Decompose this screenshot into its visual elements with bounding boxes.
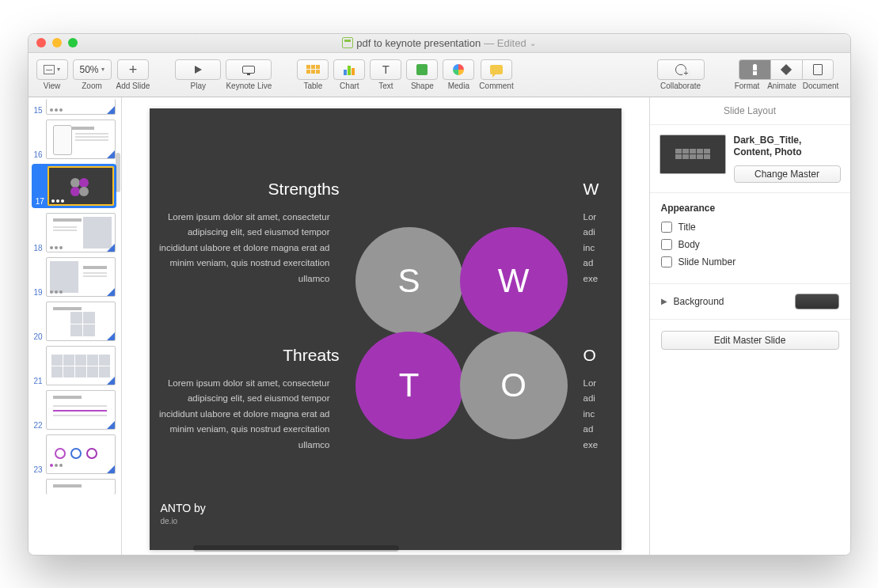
background-disclosure-icon[interactable]: ▶ [661, 297, 667, 305]
swot-circle-w[interactable]: W [460, 227, 568, 335]
play-icon [195, 66, 202, 74]
opportunities-title[interactable]: O [574, 346, 621, 365]
shape-button[interactable] [406, 59, 438, 80]
animate-label: Animate [765, 82, 800, 90]
threats-title[interactable]: Threats [150, 346, 340, 365]
strengths-title[interactable]: Strengths [150, 180, 340, 199]
strengths-body[interactable]: Lorem ipsum dolor sit amet, consectetur … [150, 210, 340, 287]
slide-number: 19 [32, 288, 43, 297]
footer-line1: ANTO by [161, 501, 206, 515]
swot-circle-t[interactable]: T [355, 332, 463, 439]
canvas-horizontal-scrollbar[interactable] [169, 545, 649, 553]
footer-line2: de.io [161, 516, 206, 526]
comment-button[interactable] [481, 59, 512, 80]
text-button[interactable]: T [370, 59, 401, 80]
title-checkbox[interactable] [661, 222, 672, 233]
collaborate-label: Collaborate [660, 82, 701, 90]
format-icon [750, 64, 759, 75]
document-type-icon [342, 37, 353, 48]
slide-thumbnail-18[interactable] [46, 213, 116, 252]
toolbar: ▾ View 50%▾ Zoom + Add Slide Play Keynot… [29, 53, 850, 97]
add-slide-button[interactable]: + [117, 59, 149, 80]
add-slide-label: Add Slide [116, 82, 150, 90]
animate-icon [781, 63, 792, 74]
body-checkbox-row[interactable]: Body [661, 239, 839, 250]
slide-thumbnail-20[interactable] [46, 302, 116, 341]
background-color-swatch[interactable] [795, 294, 839, 309]
slide-number: 18 [32, 244, 43, 252]
keynote-window: pdf to keynote presentation — Edited ⌄ ▾… [28, 33, 851, 556]
thumbnail-scrollbar[interactable] [116, 153, 120, 192]
document-tab[interactable] [802, 59, 834, 80]
slide-thumbnail-17[interactable] [48, 166, 114, 206]
format-label: Format [730, 82, 765, 90]
slide-thumbnail-22[interactable] [46, 390, 116, 430]
slide-number: 20 [32, 332, 43, 341]
plus-icon: + [129, 66, 138, 74]
slide-number: 17 [34, 197, 44, 206]
comment-icon [490, 65, 503, 74]
chart-icon [344, 64, 355, 75]
text-label: Text [378, 82, 393, 90]
background-label: Background [674, 296, 724, 307]
keynote-live-icon [242, 66, 255, 74]
slide-thumbnail-16[interactable] [46, 119, 116, 159]
collaborate-icon [675, 64, 686, 75]
chart-label: Chart [340, 82, 359, 90]
slidenum-checkbox[interactable] [661, 256, 672, 267]
chevron-down-icon: ▾ [57, 66, 60, 73]
slide-canvas[interactable]: Strengths Lorem ipsum dolor sit amet, co… [122, 97, 649, 555]
slidenum-checkbox-row[interactable]: Slide Number [661, 256, 839, 267]
slide-content[interactable]: Strengths Lorem ipsum dolor sit amet, co… [150, 108, 621, 550]
slide-thumbnail-23[interactable] [46, 434, 116, 474]
swot-circle-s[interactable]: S [355, 227, 463, 335]
zoom-window-button[interactable] [68, 38, 78, 47]
media-label: Media [448, 82, 469, 90]
keynote-live-button[interactable] [226, 59, 272, 80]
slide-thumbnail-15[interactable] [46, 99, 116, 115]
zoom-label: Zoom [82, 82, 102, 90]
window-title: pdf to keynote presentation [356, 37, 481, 49]
slide-number: 23 [32, 465, 43, 474]
slide-number: 16 [32, 150, 43, 159]
play-button[interactable] [175, 59, 221, 80]
threats-body[interactable]: Lorem ipsum dolor sit amet, consectetur … [150, 376, 340, 453]
format-inspector: Slide Layout Dark_BG_Title, Content, Pho… [649, 97, 850, 555]
slide-thumbnail-21[interactable] [46, 346, 116, 385]
format-tab[interactable] [739, 59, 770, 80]
weaknesses-body[interactable]: Lor adi inc ad exe [574, 210, 621, 287]
change-master-button[interactable]: Change Master [734, 165, 841, 183]
slide-thumbnail-19[interactable] [46, 257, 116, 297]
zoom-button[interactable]: 50%▾ [73, 59, 112, 80]
appearance-heading: Appearance [661, 203, 839, 214]
slide-navigator[interactable]: 15 16 17 18 19 20 21 22 23 [29, 97, 122, 555]
minimize-window-button[interactable] [52, 38, 62, 47]
swot-diagram[interactable]: S W T O [355, 227, 577, 449]
collaborate-button[interactable] [657, 59, 705, 80]
slide-number: 21 [32, 377, 43, 385]
swot-circle-o[interactable]: O [460, 332, 568, 439]
chart-button[interactable] [333, 59, 365, 80]
window-titlebar: pdf to keynote presentation — Edited ⌄ [29, 34, 850, 53]
inspector-header: Slide Layout [650, 97, 850, 125]
animate-tab[interactable] [770, 59, 802, 80]
opportunities-body[interactable]: Lor adi inc ad exe [574, 376, 621, 453]
table-label: Table [303, 82, 322, 90]
table-button[interactable] [297, 59, 329, 80]
chevron-down-icon: ▾ [101, 66, 105, 73]
title-dropdown-icon[interactable]: ⌄ [530, 39, 536, 47]
title-checkbox-row[interactable]: Title [661, 222, 839, 233]
edit-master-slide-button[interactable]: Edit Master Slide [661, 331, 839, 350]
media-button[interactable] [443, 59, 474, 80]
view-button[interactable]: ▾ [36, 59, 68, 80]
slide-footer[interactable]: ANTO by de.io [161, 501, 206, 525]
weaknesses-title[interactable]: W [574, 180, 621, 199]
body-checkbox-label: Body [678, 239, 700, 250]
body-checkbox[interactable] [661, 239, 672, 250]
zoom-value: 50% [80, 64, 99, 75]
shape-icon [416, 64, 428, 75]
edited-indicator: — Edited [484, 37, 526, 49]
close-window-button[interactable] [36, 38, 46, 47]
slide-thumbnail-next[interactable] [46, 479, 116, 495]
play-label: Play [191, 82, 206, 90]
